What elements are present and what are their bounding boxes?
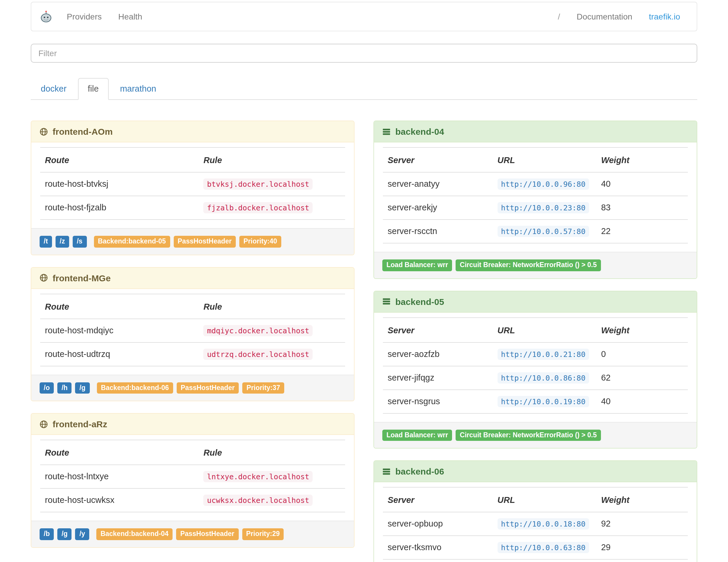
circuit-breaker-badge: Circuit Breaker: NetworkErrorRatio () > …	[456, 259, 601, 271]
globe-icon	[40, 420, 48, 428]
server-name: server-updqmo	[383, 559, 493, 562]
server-name: server-jifqgz	[383, 366, 493, 389]
column-header-server: Server	[383, 147, 493, 172]
table-row: server-opbuop http://10.0.0.18:80 92	[383, 512, 688, 536]
passhostheader-badge: PassHostHeader	[173, 236, 236, 247]
table-row: route-host-btvksj btvksj.docker.localhos…	[40, 172, 345, 196]
route-name: route-host-mdqiyc	[40, 319, 199, 342]
frontend-title: frontend-AOm	[53, 126, 113, 137]
frontend-panel-footer: /o /h /g Backend:backend-06 PassHostHead…	[31, 374, 354, 401]
backend-title: backend-06	[395, 466, 444, 477]
backend-setting-badges: Load Balancer: wrr Circuit Breaker: Netw…	[382, 259, 601, 271]
table-row: route-host-fjzalb fjzalb.docker.localhos…	[40, 196, 345, 220]
tab-file[interactable]: file	[78, 78, 109, 100]
backend-title: backend-04	[395, 126, 444, 137]
rule-value: ucwksx.docker.localhost	[204, 495, 313, 506]
server-name: server-aozfzb	[383, 342, 493, 366]
entrypoint-badges: /b /g /y	[40, 528, 89, 540]
server-name: server-opbuop	[383, 512, 493, 536]
priority-badge: Priority:29	[242, 528, 284, 540]
passhostheader-badge: PassHostHeader	[176, 528, 238, 540]
entrypoint-badges: /t /z /s	[40, 236, 87, 247]
rule-value: btvksj.docker.localhost	[204, 178, 313, 190]
filter-input[interactable]	[31, 44, 697, 63]
column-header-route: Route	[40, 440, 199, 465]
backend-panel-footer: Load Balancer: wrr Circuit Breaker: Netw…	[374, 422, 697, 448]
priority-badge: Priority:40	[239, 236, 281, 247]
column-header-rule: Rule	[199, 294, 345, 319]
backend-panel: backend-06 Server URL Weight	[373, 460, 697, 562]
globe-icon	[40, 274, 48, 282]
server-url: http://10.0.0.86:80	[498, 372, 589, 383]
frontend-panel-footer: /b /g /y Backend:backend-04 PassHostHead…	[31, 521, 354, 547]
frontend-panel-header: frontend-aRz	[31, 414, 354, 435]
table-row: server-updqmo http://10.0.0.83:80 57	[383, 559, 688, 562]
servers-table: Server URL Weight server-opbuop http://1…	[383, 487, 688, 562]
routes-table: Route Rule route-host-lntxye lntxye.dock…	[40, 440, 345, 512]
servers-table: Server URL Weight server-anatyy http://1…	[383, 147, 688, 243]
tab-docker[interactable]: docker	[31, 78, 77, 100]
nav-providers[interactable]: Providers	[59, 2, 110, 31]
column-header-route: Route	[40, 147, 199, 172]
server-weight: 62	[596, 366, 688, 389]
table-row: route-host-lntxye lntxye.docker.localhos…	[40, 465, 345, 488]
column-header-url: URL	[493, 487, 597, 512]
server-url: http://10.0.0.23:80	[498, 202, 589, 213]
entrypoint-badge: /b	[40, 528, 54, 540]
frontend-setting-badges: Backend:backend-06 PassHostHeader Priori…	[97, 382, 284, 394]
server-name: server-nsgrus	[383, 389, 493, 413]
backend-panel-header: backend-05	[374, 291, 697, 312]
column-header-weight: Weight	[596, 147, 688, 172]
nav-traefik-io[interactable]: traefik.io	[641, 2, 688, 31]
backend-panel-header: backend-06	[374, 461, 697, 482]
column-header-url: URL	[493, 147, 597, 172]
passhostheader-badge: PassHostHeader	[177, 382, 239, 394]
entrypoint-badge: /h	[57, 382, 71, 394]
backend-panel: backend-04 Server URL Weight	[373, 121, 697, 279]
backend-panel: backend-05 Server URL Weight	[373, 290, 697, 449]
column-header-server: Server	[383, 487, 493, 512]
server-url: http://10.0.0.96:80	[498, 178, 589, 190]
server-name: server-anatyy	[383, 172, 493, 196]
table-row: route-host-udtrzq udtrzq.docker.localhos…	[40, 342, 345, 366]
navbar: Providers Health / Documentation traefik…	[31, 2, 697, 31]
entrypoint-badge: /y	[75, 528, 89, 540]
server-list-icon	[382, 467, 391, 475]
server-url: http://10.0.0.21:80	[498, 348, 589, 360]
backend-setting-badges: Load Balancer: wrr Circuit Breaker: Netw…	[382, 429, 601, 441]
nav-health[interactable]: Health	[110, 2, 150, 31]
traefik-dashboard: Providers Health / Documentation traefik…	[0, 0, 728, 562]
server-name: server-arekjy	[383, 196, 493, 220]
nav-documentation[interactable]: Documentation	[568, 2, 641, 31]
server-weight: 40	[596, 389, 688, 413]
backend-badge: Backend:backend-06	[97, 382, 173, 394]
table-row: server-anatyy http://10.0.0.96:80 40	[383, 172, 688, 196]
table-row: server-nsgrus http://10.0.0.19:80 40	[383, 389, 688, 413]
entrypoint-badge: /g	[75, 382, 90, 394]
route-name: route-host-udtrzq	[40, 342, 199, 366]
frontend-setting-badges: Backend:backend-05 PassHostHeader Priori…	[94, 236, 281, 247]
servers-table: Server URL Weight server-aozfzb http://1…	[383, 317, 688, 413]
column-header-rule: Rule	[199, 147, 345, 172]
backends-column: backend-04 Server URL Weight	[373, 121, 697, 562]
route-name: route-host-ucwksx	[40, 488, 199, 512]
entrypoint-badge: /o	[40, 382, 54, 394]
backend-title: backend-05	[395, 296, 444, 307]
frontend-setting-badges: Backend:backend-04 PassHostHeader Priori…	[96, 528, 284, 540]
column-header-url: URL	[493, 317, 597, 342]
frontends-column: frontend-AOm Route Rule	[31, 121, 355, 562]
table-row: route-host-ucwksx ucwksx.docker.localhos…	[40, 488, 345, 512]
entrypoint-badge: /t	[40, 236, 52, 247]
server-weight: 83	[596, 196, 688, 220]
frontend-title: frontend-MGe	[53, 272, 111, 283]
backend-panel-header: backend-04	[374, 121, 697, 142]
table-row: server-jifqgz http://10.0.0.86:80 62	[383, 366, 688, 389]
entrypoint-badge: /s	[73, 236, 87, 247]
route-name: route-host-lntxye	[40, 465, 199, 488]
provider-tabs: docker file marathon	[31, 78, 697, 100]
column-header-route: Route	[40, 294, 199, 319]
traefik-logo[interactable]	[40, 10, 53, 23]
globe-icon	[40, 127, 48, 136]
frontend-panel: frontend-AOm Route Rule	[31, 121, 355, 255]
tab-marathon[interactable]: marathon	[110, 78, 166, 100]
